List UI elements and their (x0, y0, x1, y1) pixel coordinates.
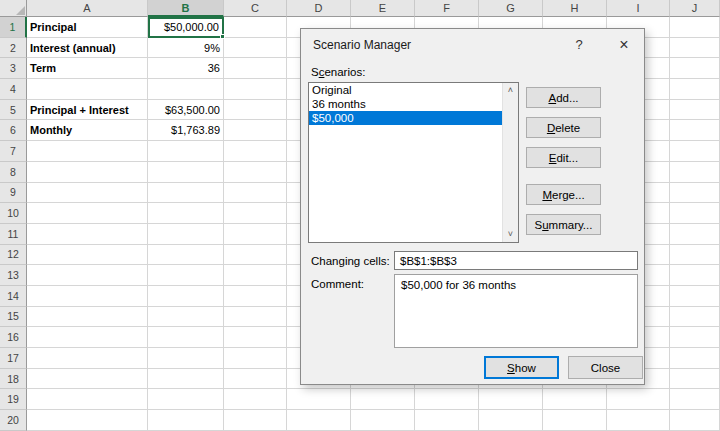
row-header-6[interactable]: 6 (0, 120, 27, 141)
row-header-7[interactable]: 7 (0, 141, 27, 162)
cell-C4[interactable] (224, 79, 287, 100)
row-header-14[interactable]: 14 (0, 286, 27, 307)
cell-B5[interactable]: $63,500.00 (148, 100, 224, 121)
cell-F20[interactable] (415, 410, 479, 431)
scroll-down-icon[interactable]: ˅ (503, 227, 518, 242)
cell-D20[interactable] (287, 410, 351, 431)
cell-I19[interactable] (607, 389, 670, 410)
row-header-15[interactable]: 15 (0, 307, 27, 328)
cell-G19[interactable] (479, 389, 543, 410)
cell-C1[interactable] (224, 17, 287, 38)
cell-C3[interactable] (224, 58, 287, 79)
cell-B12[interactable] (148, 245, 224, 266)
cell-J20[interactable] (670, 410, 720, 431)
edit-button[interactable]: Edit... (526, 147, 601, 168)
summary-button[interactable]: Summary... (526, 214, 601, 235)
fill-handle[interactable] (220, 34, 225, 39)
cell-A15[interactable] (27, 307, 148, 328)
cell-C18[interactable] (224, 369, 287, 390)
column-header-B[interactable]: B (148, 0, 224, 17)
column-header-A[interactable]: A (27, 0, 148, 17)
cell-J18[interactable] (670, 369, 720, 390)
cell-B8[interactable] (148, 162, 224, 183)
cell-J6[interactable] (670, 120, 720, 141)
cell-B1[interactable]: $50,000.00 (148, 17, 224, 38)
cell-B19[interactable] (148, 389, 224, 410)
cell-J13[interactable] (670, 265, 720, 286)
cell-B14[interactable] (148, 286, 224, 307)
cell-E19[interactable] (351, 389, 415, 410)
cell-J2[interactable] (670, 38, 720, 59)
column-header-E[interactable]: E (351, 0, 415, 17)
cell-B10[interactable] (148, 203, 224, 224)
select-all-corner[interactable] (0, 0, 27, 17)
cell-A13[interactable] (27, 265, 148, 286)
add-button[interactable]: Add... (526, 87, 601, 108)
scenario-item[interactable]: 36 months (309, 97, 502, 111)
cell-J7[interactable] (670, 141, 720, 162)
cell-A12[interactable] (27, 245, 148, 266)
column-header-I[interactable]: I (607, 0, 670, 17)
column-header-F[interactable]: F (415, 0, 479, 17)
cell-C8[interactable] (224, 162, 287, 183)
cell-A18[interactable] (27, 369, 148, 390)
cell-A11[interactable] (27, 224, 148, 245)
scroll-up-icon[interactable]: ˄ (503, 83, 518, 98)
cell-J5[interactable] (670, 100, 720, 121)
cell-C13[interactable] (224, 265, 287, 286)
cell-J14[interactable] (670, 286, 720, 307)
cell-J4[interactable] (670, 79, 720, 100)
row-header-1[interactable]: 1 (0, 17, 27, 38)
changing-cells-field[interactable]: $B$1:$B$3 (394, 251, 638, 270)
cell-F19[interactable] (415, 389, 479, 410)
scenario-item[interactable]: $50,000 (309, 111, 502, 125)
cell-E20[interactable] (351, 410, 415, 431)
cell-C6[interactable] (224, 120, 287, 141)
comment-box[interactable]: $50,000 for 36 months (394, 274, 638, 348)
merge-button[interactable]: Merge... (526, 184, 601, 205)
row-header-12[interactable]: 12 (0, 245, 27, 266)
cell-J17[interactable] (670, 348, 720, 369)
cell-A4[interactable] (27, 79, 148, 100)
close-button[interactable]: Close (568, 356, 643, 379)
cell-J3[interactable] (670, 58, 720, 79)
cell-B15[interactable] (148, 307, 224, 328)
cell-B11[interactable] (148, 224, 224, 245)
cell-C15[interactable] (224, 307, 287, 328)
delete-button[interactable]: Delete (526, 117, 601, 138)
cell-A20[interactable] (27, 410, 148, 431)
cell-A10[interactable] (27, 203, 148, 224)
cell-A5[interactable]: Principal + Interest (27, 100, 148, 121)
help-icon[interactable]: ? (569, 35, 589, 55)
cell-A3[interactable]: Term (27, 58, 148, 79)
cell-B4[interactable] (148, 79, 224, 100)
cell-D19[interactable] (287, 389, 351, 410)
cell-C9[interactable] (224, 183, 287, 204)
column-header-C[interactable]: C (224, 0, 287, 17)
cell-J10[interactable] (670, 203, 720, 224)
row-header-5[interactable]: 5 (0, 100, 27, 121)
row-header-10[interactable]: 10 (0, 203, 27, 224)
row-header-11[interactable]: 11 (0, 224, 27, 245)
cell-J9[interactable] (670, 183, 720, 204)
cell-B3[interactable]: 36 (148, 58, 224, 79)
row-header-2[interactable]: 2 (0, 38, 27, 59)
cell-A1[interactable]: Principal (27, 17, 148, 38)
cell-A16[interactable] (27, 327, 148, 348)
cell-A7[interactable] (27, 141, 148, 162)
cell-B13[interactable] (148, 265, 224, 286)
cell-J8[interactable] (670, 162, 720, 183)
cell-C19[interactable] (224, 389, 287, 410)
row-header-18[interactable]: 18 (0, 369, 27, 390)
cell-C16[interactable] (224, 327, 287, 348)
scenario-item[interactable]: Original (309, 83, 502, 97)
row-header-20[interactable]: 20 (0, 410, 27, 431)
cell-B7[interactable] (148, 141, 224, 162)
cell-J1[interactable] (670, 17, 720, 38)
cell-J11[interactable] (670, 224, 720, 245)
column-header-H[interactable]: H (543, 0, 607, 17)
column-header-D[interactable]: D (287, 0, 351, 17)
cell-G20[interactable] (479, 410, 543, 431)
cell-J19[interactable] (670, 389, 720, 410)
cell-C7[interactable] (224, 141, 287, 162)
